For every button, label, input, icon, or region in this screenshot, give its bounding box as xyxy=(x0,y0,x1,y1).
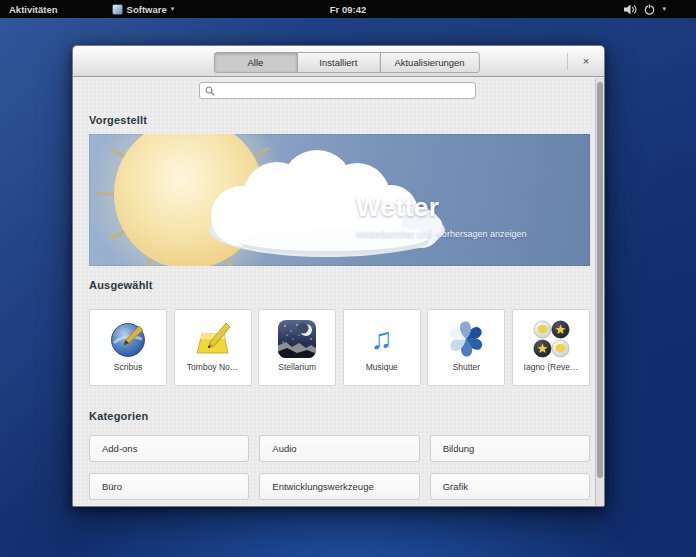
app-tile-label: Scribus xyxy=(114,362,142,372)
power-icon xyxy=(644,4,655,15)
chevron-down-icon: ▾ xyxy=(171,5,175,13)
app-tile-label: Musique xyxy=(366,362,398,372)
clock-button[interactable]: Fr 09:42 xyxy=(330,4,366,15)
activities-button[interactable]: Aktivitäten xyxy=(0,0,68,18)
app-tile-label: Iagno (Reve… xyxy=(524,362,579,372)
category-audio[interactable]: Audio xyxy=(259,435,419,462)
section-heading-featured: Vorgestellt xyxy=(89,114,147,126)
app-tile-label: Shutter xyxy=(453,362,480,372)
close-window-button[interactable]: × xyxy=(576,51,596,71)
system-status-menu[interactable]: ▾ xyxy=(624,0,666,18)
music-note-icon: ♫ xyxy=(371,324,394,354)
tab-aktualisierungen[interactable]: Aktualisierungen xyxy=(379,52,479,73)
shutter-pinwheel-icon xyxy=(446,319,486,359)
tab-alle[interactable]: Alle xyxy=(213,52,297,73)
iagno-reversi-pieces-icon xyxy=(531,319,571,359)
window-titlebar[interactable]: Alle Installiert Aktualisierungen × xyxy=(73,46,604,77)
app-menu-label: Software xyxy=(127,4,167,15)
vertical-scrollbar[interactable] xyxy=(595,78,604,506)
app-tile-iagno[interactable]: Iagno (Reve… xyxy=(512,309,590,386)
tomboy-note-pencil-icon xyxy=(193,319,233,359)
app-tile-label: Stellarium xyxy=(278,362,316,372)
software-app-icon xyxy=(112,4,123,15)
window-content: Vorgestellt xyxy=(73,78,604,506)
section-heading-picks: Ausgewählt xyxy=(89,279,153,291)
banner-app-title: Wetter xyxy=(356,192,526,223)
scribus-globe-pen-icon xyxy=(108,319,148,359)
app-tile-scribus[interactable]: Scribus xyxy=(89,309,167,386)
search-input[interactable] xyxy=(219,84,470,97)
category-grid: Add-ons Audio Bildung Büro Entwicklungsw… xyxy=(89,435,590,500)
titlebar-separator xyxy=(567,53,568,70)
volume-icon xyxy=(624,4,637,15)
scrollbar-thumb[interactable] xyxy=(597,82,603,478)
app-tile-label: Tomboy No… xyxy=(187,362,239,372)
category-grafik[interactable]: Grafik xyxy=(430,473,590,500)
search-icon xyxy=(205,86,215,96)
banner-text-block: Wetter Wetterberichte und -vorhersagen a… xyxy=(356,192,526,239)
banner-app-subtitle: Wetterberichte und -vorhersagen anzeigen xyxy=(356,229,526,239)
section-heading-categories: Kategorien xyxy=(89,410,148,422)
stellarium-night-sky-icon xyxy=(277,319,317,359)
category-bildung[interactable]: Bildung xyxy=(430,435,590,462)
category-addons[interactable]: Add-ons xyxy=(89,435,249,462)
app-tile-shutter[interactable]: Shutter xyxy=(427,309,505,386)
app-tile-musique[interactable]: ♫ Musique xyxy=(343,309,421,386)
tab-installiert[interactable]: Installiert xyxy=(296,52,380,73)
app-tile-tomboy[interactable]: Tomboy No… xyxy=(174,309,252,386)
app-tile-stellarium[interactable]: Stellarium xyxy=(258,309,336,386)
app-menu-software[interactable]: Software ▾ xyxy=(104,0,183,18)
chevron-down-icon: ▾ xyxy=(662,5,666,13)
search-bar xyxy=(199,82,476,99)
featured-banner-wetter[interactable]: Wetter Wetterberichte und -vorhersagen a… xyxy=(89,134,590,266)
gnome-top-bar: Aktivitäten Software ▾ Fr 09:42 ▾ xyxy=(0,0,696,18)
category-buero[interactable]: Büro xyxy=(89,473,249,500)
category-entwicklungswerkzeuge[interactable]: Entwicklungswerkzeuge xyxy=(259,473,419,500)
view-switcher: Alle Installiert Aktualisierungen xyxy=(213,52,479,73)
app-tiles-row: Scribus Tomboy No… xyxy=(89,309,590,386)
gnome-software-window: Alle Installiert Aktualisierungen × Vorg… xyxy=(72,45,605,507)
